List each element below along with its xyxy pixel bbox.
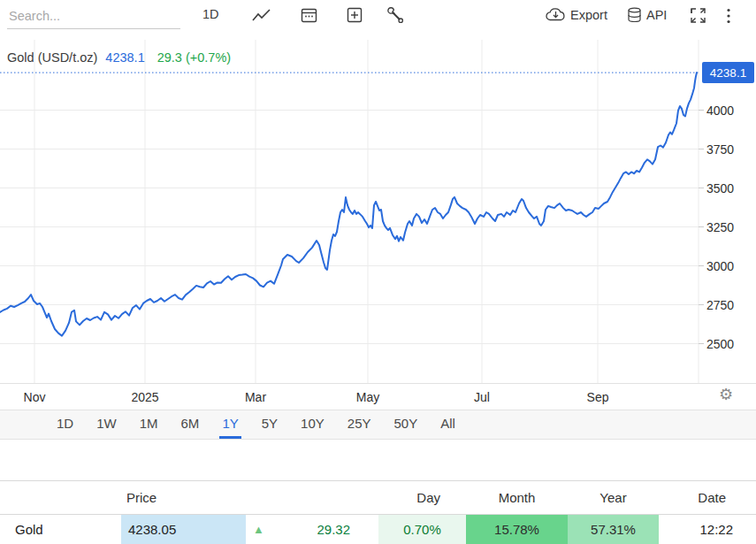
x-axis-label: Sep xyxy=(587,390,609,404)
wrench-icon xyxy=(387,7,404,24)
year-pct-cell: 57.31% xyxy=(568,515,659,544)
fullscreen-expand-icon xyxy=(690,7,706,24)
quote-table: Price Day Month Year Date Gold 4238.05 ▲… xyxy=(0,480,756,544)
interval-selector[interactable]: 1D xyxy=(202,7,219,21)
export-button[interactable]: Export xyxy=(546,7,607,22)
header-price: Price xyxy=(121,481,246,514)
indicators-tools-button[interactable] xyxy=(387,7,404,24)
instrument-name-link[interactable]: Gold xyxy=(0,515,121,544)
range-button-5y[interactable]: 5Y xyxy=(259,410,280,439)
calendar-icon xyxy=(301,7,317,23)
quote-table-header: Price Day Month Year Date xyxy=(0,480,756,515)
database-icon xyxy=(627,7,642,23)
x-axis-label: May xyxy=(356,390,379,404)
plus-square-icon xyxy=(347,7,363,23)
api-label: API xyxy=(646,8,667,22)
range-button-all[interactable]: All xyxy=(438,410,458,439)
range-selector-row: 1D1W1M6M1Y5Y10Y25Y50YAll xyxy=(0,410,756,440)
day-change-cell: 29.32 xyxy=(294,515,378,544)
y-axis-label: 3000 xyxy=(706,259,734,273)
x-axis-label: 2025 xyxy=(131,390,158,404)
y-axis-label: 3250 xyxy=(706,220,734,234)
table-row-gold: Gold 4238.05 ▲ 29.32 0.70% 15.78% 57.31%… xyxy=(0,515,756,544)
price-chart-plot-area[interactable] xyxy=(0,0,756,544)
y-axis-label: 4000 xyxy=(706,103,734,118)
export-label: Export xyxy=(570,8,607,22)
header-spacer xyxy=(0,481,121,514)
y-axis-label: 3750 xyxy=(706,142,734,157)
date-cell: 12:22 xyxy=(659,515,756,544)
up-triangle-icon: ▲ xyxy=(246,515,294,544)
x-axis-label: Jul xyxy=(474,390,490,404)
header-month: Month xyxy=(466,481,568,514)
range-button-25y[interactable]: 25Y xyxy=(345,410,374,439)
calendar-button[interactable] xyxy=(301,7,317,23)
range-button-1w[interactable]: 1W xyxy=(94,410,119,439)
compare-add-button[interactable] xyxy=(347,7,363,23)
legend-last-price: 4238.1 xyxy=(105,50,144,65)
interval-label: 1D xyxy=(202,7,219,21)
day-pct-cell: 0.70% xyxy=(378,515,466,544)
chart-settings-gear-icon[interactable]: ⚙ xyxy=(719,385,733,403)
y-axis-label: 2750 xyxy=(706,298,734,312)
price-cell: 4238.05 xyxy=(121,515,246,544)
range-button-1m[interactable]: 1M xyxy=(137,410,161,439)
api-button[interactable]: API xyxy=(627,7,667,23)
range-button-6m[interactable]: 6M xyxy=(179,410,202,439)
range-button-50y[interactable]: 50Y xyxy=(392,410,421,439)
more-options-button[interactable] xyxy=(726,8,731,24)
legend-change: 29.3 (+0.7%) xyxy=(157,50,231,65)
range-button-1d[interactable]: 1D xyxy=(54,410,76,439)
range-button-10y[interactable]: 10Y xyxy=(298,410,327,439)
y-axis-label: 2500 xyxy=(706,337,734,351)
header-date: Date xyxy=(659,481,756,514)
kebab-menu-icon xyxy=(726,8,731,24)
range-button-1y[interactable]: 1Y xyxy=(219,410,241,439)
x-axis-label: Mar xyxy=(245,390,266,404)
header-spacer xyxy=(294,481,378,514)
current-price-tag: 4238.1 xyxy=(702,62,754,83)
header-year: Year xyxy=(568,481,659,514)
line-chart-icon xyxy=(252,8,271,24)
header-day: Day xyxy=(378,481,466,514)
chart-type-button[interactable] xyxy=(252,8,271,24)
top-toolbar: 1D xyxy=(0,0,756,40)
header-spacer xyxy=(246,481,294,514)
legend-instrument-label: Gold (USD/t.oz) xyxy=(7,50,97,65)
fullscreen-button[interactable] xyxy=(690,7,706,24)
month-pct-cell: 15.78% xyxy=(466,515,568,544)
search-input[interactable] xyxy=(7,6,180,29)
x-axis-label: Nov xyxy=(24,390,46,404)
chart-legend: Gold (USD/t.oz)4238.129.3 (+0.7%) xyxy=(7,50,231,65)
y-axis-label: 3500 xyxy=(706,181,734,195)
export-cloud-download-icon xyxy=(546,7,566,22)
